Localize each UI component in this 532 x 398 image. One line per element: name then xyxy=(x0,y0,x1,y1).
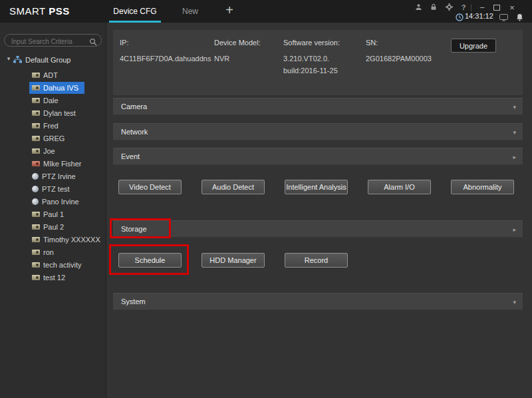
camera-icon xyxy=(32,250,40,255)
maximize-button[interactable] xyxy=(492,3,501,12)
device-tree-sidebar: ▾ Default Group ADT Dahua IVS Dale Dylan… xyxy=(0,23,106,398)
camera-icon xyxy=(32,262,40,268)
section-camera[interactable]: Camera▾ xyxy=(113,98,523,115)
section-network-title: Network xyxy=(121,128,148,136)
tree-item-label: Timothy XXXXXX xyxy=(43,236,100,244)
tree-item-label: ron xyxy=(43,248,54,256)
hdd-manager-button[interactable]: HDD Manager xyxy=(201,253,265,268)
camera-icon xyxy=(32,136,40,141)
gear-icon[interactable] xyxy=(444,3,454,12)
tree-item-mike-fisher[interactable]: MIke Fisher xyxy=(29,158,87,170)
alarm-bell-icon[interactable] xyxy=(515,12,524,21)
abnormality-button[interactable]: Abnormality xyxy=(451,180,514,194)
device-health-icon[interactable] xyxy=(499,12,508,21)
audio-detect-button[interactable]: Audio Detect xyxy=(201,180,265,194)
tree-item-label: Dahua IVS xyxy=(43,84,78,92)
section-system[interactable]: System▾ xyxy=(113,293,523,310)
section-storage[interactable]: Storage▸ xyxy=(113,220,523,238)
record-button[interactable]: Record xyxy=(285,253,348,268)
tree-item-label: Dylan test xyxy=(43,109,76,117)
tree-item-label: GREG xyxy=(43,134,65,142)
tree-item-dylan-test[interactable]: Dylan test xyxy=(29,107,82,119)
tree-expander-icon[interactable]: ▾ xyxy=(5,55,12,62)
tree-item-pano-irvine[interactable]: Pano Irvine xyxy=(29,196,85,208)
chevron-down-icon: ▾ xyxy=(513,99,516,116)
camera-icon xyxy=(32,237,40,242)
lock-icon[interactable] xyxy=(429,3,438,12)
tree-item-label: test 12 xyxy=(43,274,65,282)
tree-item-paul-1[interactable]: Paul 1 xyxy=(29,208,70,220)
section-network[interactable]: Network▾ xyxy=(113,123,523,140)
tree-item-tech-activity[interactable]: tech activity xyxy=(29,259,87,271)
camera-icon xyxy=(32,123,40,128)
tree-item-greg[interactable]: GREG xyxy=(29,132,70,144)
title-bar: SMART PSS Device CFG New + ? – × 14:31:1… xyxy=(0,0,532,23)
software-build-value: build:2016-11-25 xyxy=(283,67,338,75)
intelligent-analysis-button[interactable]: Intelligent Analysis xyxy=(285,180,348,194)
ptz-camera-icon xyxy=(32,186,39,192)
brand-smart: SMART xyxy=(9,5,45,17)
search-icon[interactable] xyxy=(89,37,97,45)
add-tab-button[interactable]: + xyxy=(218,0,241,23)
tree-item-label: Paul 1 xyxy=(43,210,64,218)
help-icon[interactable]: ? xyxy=(459,3,468,12)
tree-item-dale[interactable]: Dale xyxy=(29,95,65,106)
tree-item-paul-2[interactable]: Paul 2 xyxy=(29,221,70,233)
section-system-title: System xyxy=(121,298,146,305)
tab-device-cfg[interactable]: Device CFG xyxy=(106,0,164,23)
tree-item-ron[interactable]: ron xyxy=(29,246,60,258)
tree-item-label: Paul 2 xyxy=(43,223,64,231)
tab-new[interactable]: New xyxy=(174,0,206,23)
schedule-button[interactable]: Schedule xyxy=(118,253,182,268)
smartpss-window: SMART PSS Device CFG New + ? – × 14:31:1… xyxy=(0,0,532,398)
ptz-camera-icon xyxy=(32,173,39,180)
search-input[interactable] xyxy=(5,36,101,47)
sn-value: 2G01682PAM00003 xyxy=(366,55,432,63)
tree-item-label: Fred xyxy=(43,122,59,130)
user-icon[interactable] xyxy=(414,3,423,12)
minimize-button[interactable]: – xyxy=(477,3,487,12)
brand-pss: PSS xyxy=(49,5,70,17)
tree-item-joe[interactable]: Joe xyxy=(29,145,61,157)
alarm-io-button[interactable]: Alarm I/O xyxy=(368,180,431,194)
ip-label: IP: xyxy=(120,39,128,47)
tree-item-label: Dale xyxy=(43,97,59,104)
device-model-label: Device Model: xyxy=(214,39,261,47)
search-box xyxy=(4,34,102,47)
section-storage-title: Storage xyxy=(121,225,147,233)
camera-icon xyxy=(32,275,40,280)
tree-item-ptz-irvine[interactable]: PTZ Irvine xyxy=(29,170,82,182)
tree-item-label: tech activity xyxy=(43,261,81,269)
ptz-camera-icon xyxy=(32,198,39,205)
tree-group-default-group[interactable]: Default Group xyxy=(13,54,70,66)
tree-item-label: Pano Irvine xyxy=(42,198,79,206)
tree-item-ptz-test[interactable]: PTZ test xyxy=(29,183,76,195)
tree-item-label: MIke Fisher xyxy=(43,160,81,168)
close-button[interactable]: × xyxy=(507,3,517,12)
upgrade-button[interactable]: Upgrade xyxy=(451,39,496,53)
chevron-right-icon: ▸ xyxy=(513,221,516,238)
sn-label: SN: xyxy=(366,39,378,47)
tree-item-label: PTZ test xyxy=(42,185,70,193)
video-detect-button[interactable]: Video Detect xyxy=(118,180,182,194)
clock-icon xyxy=(455,12,464,21)
tree-item-timothy[interactable]: Timothy XXXXXX xyxy=(29,234,106,246)
camera-icon xyxy=(32,212,40,217)
tree-item-fred[interactable]: Fred xyxy=(29,120,65,132)
camera-icon xyxy=(32,161,40,166)
chevron-down-icon: ▾ xyxy=(513,294,516,311)
chevron-right-icon: ▸ xyxy=(513,148,516,166)
tree-group-label: Default Group xyxy=(25,56,70,64)
tree-item-test-12[interactable]: test 12 xyxy=(29,272,71,284)
group-icon xyxy=(13,56,22,65)
tree-item-dahua-ivs[interactable]: Dahua IVS xyxy=(29,82,84,94)
section-event[interactable]: Event▸ xyxy=(113,148,523,165)
ip-value: 4C11BF6F7D0A.dahuaddns.co xyxy=(120,55,211,63)
chevron-down-icon: ▾ xyxy=(513,124,516,141)
camera-icon xyxy=(32,73,40,78)
tree-item-adt[interactable]: ADT xyxy=(29,69,64,81)
camera-icon xyxy=(32,85,40,91)
tree-item-label: ADT xyxy=(43,71,58,79)
tree-item-label: Joe xyxy=(43,147,55,155)
camera-icon xyxy=(32,98,40,103)
